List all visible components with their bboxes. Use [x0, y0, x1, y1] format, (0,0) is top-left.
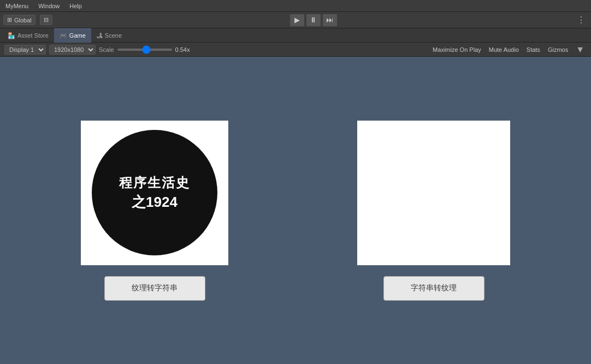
- layout-button[interactable]: ⊟: [40, 15, 52, 25]
- asset-store-label: Asset Store: [17, 32, 49, 39]
- toolbar-left: ⊞ Global ⊟: [3, 15, 52, 25]
- toolbar-right: ⋮: [575, 14, 588, 26]
- menu-mymenu[interactable]: MyMenu: [3, 2, 31, 10]
- pause-button[interactable]: ⏸: [306, 14, 321, 26]
- maximize-on-play-button[interactable]: Maximize On Play: [430, 45, 483, 54]
- display-bar-more-icon[interactable]: ▼: [574, 44, 587, 56]
- game-label: Game: [69, 32, 86, 39]
- tab-game[interactable]: 🎮 Game: [54, 28, 91, 43]
- string-to-texture-button[interactable]: 字符串转纹理: [383, 276, 484, 301]
- play-icon: ▶: [294, 16, 300, 24]
- game-view: 程序生活史 之1924 纹理转字符串 字符串转纹理: [0, 57, 591, 364]
- logo-text-line2: 之1924: [132, 192, 178, 212]
- scale-value: 0.54x: [175, 46, 190, 53]
- play-button[interactable]: ▶: [290, 14, 304, 26]
- display-select[interactable]: Display 1: [4, 45, 46, 55]
- toolbar: ⊞ Global ⊟ ▶ ⏸ ⏭ ⋮: [0, 12, 591, 28]
- display-bar-left: Display 1 1920x1080 Scale 0.54x: [4, 45, 190, 55]
- toolbar-center: ▶ ⏸ ⏭: [290, 14, 337, 26]
- display-bar-right: Maximize On Play Mute Audio Stats Gizmos…: [430, 44, 587, 56]
- left-panel: 程序生活史 之1924 纹理转字符串: [81, 121, 228, 301]
- tabs-bar: 🏪 Asset Store 🎮 Game 🏞 Scene: [0, 28, 591, 43]
- tab-asset-store[interactable]: 🏪 Asset Store: [2, 28, 54, 43]
- menu-bar: MyMenu Window Help: [0, 0, 591, 12]
- display-bar: Display 1 1920x1080 Scale 0.54x Maximize…: [0, 43, 591, 57]
- scale-label: Scale: [99, 46, 114, 53]
- scene-label: Scene: [105, 32, 122, 39]
- more-options-icon[interactable]: ⋮: [575, 14, 588, 26]
- layout-icon: ⊟: [44, 16, 49, 23]
- global-icon: ⊞: [7, 16, 12, 23]
- menu-help[interactable]: Help: [67, 2, 84, 10]
- scene-icon: 🏞: [97, 32, 103, 39]
- texture-to-string-button[interactable]: 纹理转字符串: [104, 276, 205, 301]
- circle-logo: 程序生活史 之1924: [92, 130, 217, 255]
- game-icon: 🎮: [60, 32, 67, 39]
- right-panel: 字符串转纹理: [357, 121, 510, 301]
- resolution-select[interactable]: 1920x1080: [49, 45, 96, 55]
- scale-slider[interactable]: [117, 49, 172, 51]
- global-button[interactable]: ⊞ Global: [3, 15, 36, 25]
- menu-window[interactable]: Window: [36, 2, 62, 10]
- tab-scene[interactable]: 🏞 Scene: [91, 28, 127, 43]
- mute-audio-button[interactable]: Mute Audio: [487, 45, 521, 54]
- step-button[interactable]: ⏭: [323, 14, 337, 26]
- global-label: Global: [14, 17, 32, 23]
- stats-button[interactable]: Stats: [524, 45, 542, 54]
- pause-icon: ⏸: [310, 16, 317, 24]
- white-preview-box: [357, 121, 510, 265]
- step-icon: ⏭: [326, 16, 333, 24]
- gizmos-button[interactable]: Gizmos: [546, 45, 570, 54]
- asset-store-icon: 🏪: [8, 32, 15, 39]
- logo-image-box: 程序生活史 之1924: [81, 121, 228, 265]
- logo-text-line1: 程序生活史: [119, 174, 190, 192]
